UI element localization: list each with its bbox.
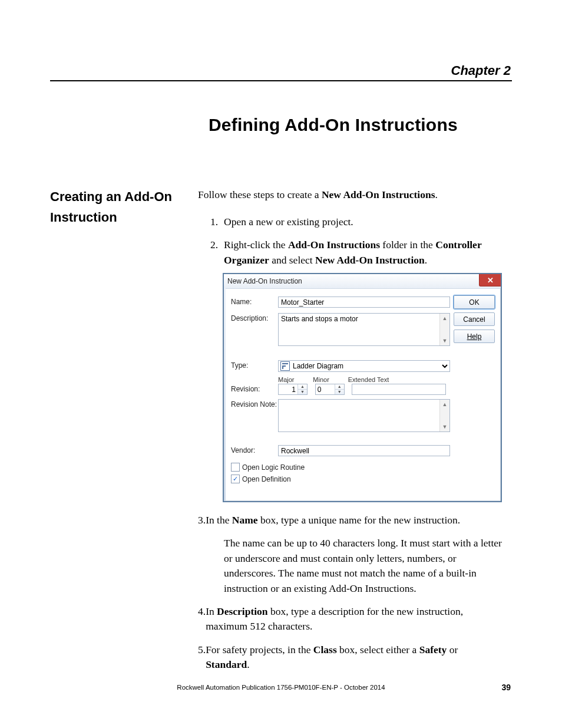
checkbox-box: ✓ — [231, 475, 240, 483]
type-select[interactable]: Ladder Diagram — [278, 360, 450, 372]
open-definition-checkbox[interactable]: ✓ Open Definition — [231, 475, 450, 483]
spin-down-icon[interactable]: ▼ — [335, 389, 344, 394]
list-number: 5. — [198, 644, 206, 655]
description-textarea[interactable]: Starts and stops a motor — [278, 313, 450, 346]
text: . — [425, 254, 427, 266]
name-label: Name: — [231, 298, 252, 306]
scroll-down-icon[interactable]: ▼ — [440, 336, 449, 345]
minor-spinner[interactable]: ▲▼ — [315, 384, 345, 395]
text: box, select either a — [337, 644, 419, 655]
spinner-buttons[interactable]: ▲▼ — [335, 384, 344, 394]
extended-text-input[interactable] — [352, 384, 446, 395]
header-rule — [50, 80, 512, 81]
row-open-logic: Open Logic Routine — [231, 463, 450, 472]
major-input[interactable] — [279, 384, 297, 394]
checkbox-label: Open Logic Routine — [242, 463, 305, 472]
list-number: 4. — [198, 605, 206, 617]
major-label: Major — [278, 376, 311, 383]
row-description: Description: Starts and stops a motor ▲ … — [231, 313, 450, 346]
type-field-wrap: Ladder Diagram — [278, 360, 450, 372]
spin-up-icon[interactable]: ▲ — [335, 384, 344, 389]
text: and select — [269, 254, 315, 266]
paragraph: The name can be up to 40 characters long… — [224, 536, 507, 596]
list-item: 5. For safety projects, in the Class box… — [198, 643, 516, 673]
minor-label: Minor — [313, 376, 346, 383]
spin-down-icon[interactable]: ▼ — [298, 389, 307, 394]
footer-publication: Rockwell Automation Publication 1756-PM0… — [0, 684, 562, 691]
cancel-button[interactable]: Cancel — [454, 312, 495, 326]
list-body: For safety projects, in the Class box, s… — [206, 643, 488, 673]
list-body: Open a new or existing project. — [224, 215, 507, 229]
list-item: 2. Right-click the Add-On Instructions f… — [198, 238, 516, 268]
list-body: In Description box, type a description f… — [206, 604, 488, 634]
text: . — [435, 189, 438, 200]
dialog-title: New Add-On Instruction — [227, 277, 302, 285]
page-number: 39 — [501, 683, 511, 692]
close-button[interactable]: ✕ — [479, 274, 501, 286]
extended-text-label: Extended Text — [348, 376, 389, 383]
open-logic-checkbox[interactable]: Open Logic Routine — [231, 463, 450, 472]
revision-headers: Major Minor Extended Text — [278, 375, 450, 384]
list-number: 2. — [198, 238, 218, 252]
text: folder in the — [380, 239, 435, 251]
text-bold: Class — [313, 644, 337, 655]
text-bold: Name — [232, 514, 258, 526]
scroll-up-icon[interactable]: ▲ — [440, 400, 449, 409]
revnote-field-wrap: ▲ ▼ — [278, 399, 450, 432]
scroll-down-icon[interactable]: ▼ — [440, 422, 449, 431]
spin-up-icon[interactable]: ▲ — [298, 384, 307, 389]
type-label: Type: — [231, 361, 248, 370]
minor-input[interactable] — [316, 384, 335, 394]
vendor-input[interactable] — [278, 445, 450, 456]
revnote-label: Revision Note: — [231, 400, 277, 409]
checkbox-box — [231, 463, 240, 472]
steps-continued: 3. In the Name box, type a unique name f… — [198, 513, 516, 672]
dialog-titlebar[interactable]: New Add-On Instruction ✕ — [224, 274, 501, 289]
ladder-diagram-icon — [280, 361, 290, 371]
dialog-button-column: OK Cancel Help — [454, 295, 495, 347]
text-bold: Add-On Instructions — [288, 239, 380, 251]
list-number: 1. — [198, 215, 218, 229]
description-scrollbar[interactable]: ▲ ▼ — [439, 314, 449, 345]
list-item: 4. In Description box, type a descriptio… — [198, 604, 516, 634]
text-bold: Safety — [419, 644, 447, 655]
row-open-definition: ✓ Open Definition — [231, 475, 450, 483]
chapter-label: Chapter 2 — [451, 63, 511, 78]
list-item: 3. In the Name box, type a unique name f… — [198, 513, 516, 528]
close-icon: ✕ — [487, 276, 494, 284]
checkbox-label: Open Definition — [242, 475, 291, 483]
description-label: Description: — [231, 314, 268, 322]
text-bold: Description — [217, 605, 268, 617]
spinner-buttons[interactable]: ▲▼ — [297, 384, 307, 394]
text: or — [447, 644, 458, 655]
ok-button[interactable]: OK — [454, 295, 495, 309]
vendor-label: Vendor: — [231, 446, 255, 454]
text: In — [206, 605, 217, 617]
list-body: Right-click the Add-On Instructions fold… — [224, 238, 507, 268]
steps-list: 1.Open a new or existing project. 2. Rig… — [198, 206, 516, 268]
name-field-wrap — [278, 297, 450, 308]
list-number: 3. — [198, 514, 206, 526]
text-bold: Standard — [206, 658, 247, 670]
revision-field-wrap: ▲▼ ▲▼ — [278, 384, 450, 395]
description-field-wrap: Starts and stops a motor ▲ ▼ — [278, 313, 450, 346]
text: . — [247, 658, 249, 670]
name-input[interactable] — [278, 297, 450, 308]
revision-label: Revision: — [231, 385, 260, 393]
text-bold: New Add-On Instructions — [322, 189, 435, 200]
revnote-scrollbar[interactable]: ▲ ▼ — [439, 400, 449, 431]
text: In the — [206, 514, 232, 526]
scroll-up-icon[interactable]: ▲ — [440, 314, 449, 323]
list-body: In the Name box, type a unique name for … — [206, 513, 488, 528]
help-button[interactable]: Help — [454, 330, 495, 343]
help-button-label: Help — [467, 332, 482, 341]
dialog-left-accent — [224, 288, 226, 501]
major-spinner[interactable]: ▲▼ — [278, 384, 308, 395]
row-revnote: Revision Note: ▲ ▼ — [231, 399, 450, 432]
dialog-form: Name: Description: Starts and stops a mo… — [231, 294, 450, 496]
revnote-textarea[interactable] — [278, 399, 450, 432]
list-item: 1.Open a new or existing project. — [198, 215, 516, 229]
text: box, type a unique name for the new inst… — [258, 514, 461, 526]
page-title: Defining Add-On Instructions — [209, 115, 458, 135]
new-addon-dialog: New Add-On Instruction ✕ Name: Descripti… — [223, 273, 502, 502]
